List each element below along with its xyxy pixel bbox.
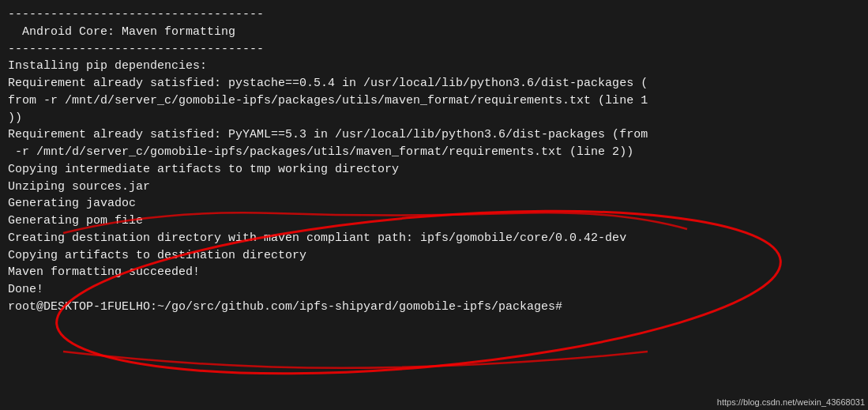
terminal-line-l12: Creating destination directory with mave… [8, 230, 860, 247]
terminal-output: ------------------------------------ And… [8, 6, 860, 316]
terminal-line-l15: Done! [8, 281, 860, 299]
terminal-line-l14: Maven formatting succeeded! [8, 264, 860, 281]
terminal-line-l6: -r /mnt/d/server_c/gomobile-ipfs/package… [8, 144, 860, 161]
terminal-line-sep2: ------------------------------------ [8, 41, 860, 58]
terminal-line-l8: Copying intermediate artifacts to tmp wo… [8, 161, 860, 179]
terminal-line-l16: root@DESKTOP-1FUELHO:~/go/src/github.com… [8, 299, 860, 316]
terminal-line-l10: Generating javadoc [8, 195, 860, 213]
terminal-line-l4: )) [8, 110, 860, 127]
terminal-line-l3: from -r /mnt/d/server_c/gomobile-ipfs/pa… [8, 92, 860, 110]
terminal-line-l5: Requirement already satisfied: PyYAML==5… [8, 126, 860, 144]
terminal-line-l11: Generating pom file [8, 213, 860, 230]
terminal-line-l9: Unziping sources.jar [8, 179, 860, 196]
terminal-line-sep1: ------------------------------------ [8, 6, 860, 24]
terminal-window: ------------------------------------ And… [0, 0, 868, 410]
terminal-line-l1: Installing pip dependencies: [8, 58, 860, 75]
terminal-line-title: Android Core: Maven formatting [8, 24, 860, 41]
terminal-line-l2: Requirement already satisfied: pystache=… [8, 75, 860, 92]
watermark: https://blog.csdn.net/weixin_43668031 [717, 397, 865, 407]
terminal-line-l13: Copying artifacts to destination directo… [8, 247, 860, 265]
